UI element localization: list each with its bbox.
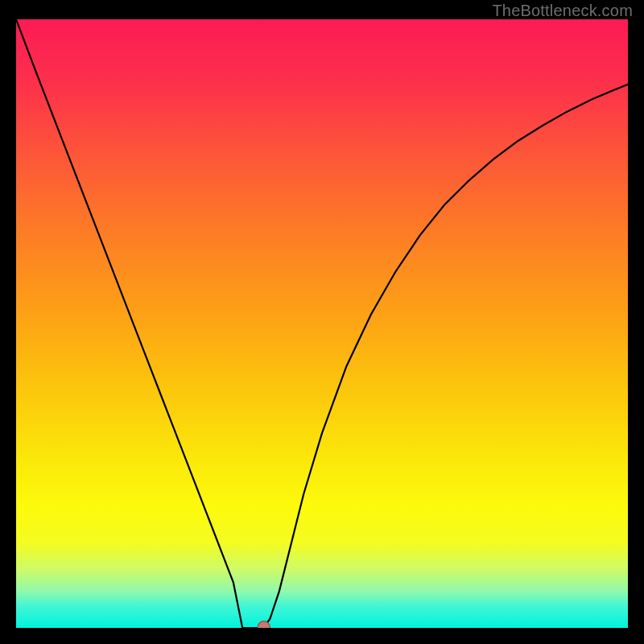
- plot-area: [16, 19, 628, 628]
- gradient-background: [16, 19, 628, 628]
- watermark-text: TheBottleneck.com: [492, 2, 633, 20]
- chart-container: TheBottleneck.com: [0, 0, 644, 644]
- chart-svg: [16, 19, 628, 628]
